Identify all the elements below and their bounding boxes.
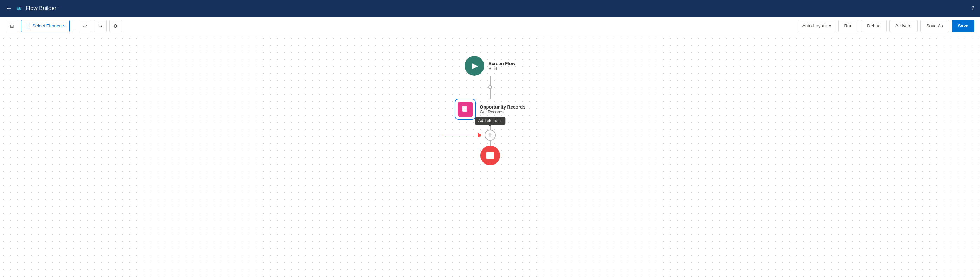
run-label: Run — [844, 23, 853, 28]
get-records-svg-icon — [461, 105, 469, 114]
help-button[interactable]: ? — [971, 5, 974, 11]
stop-icon — [486, 152, 494, 159]
start-node-label: Screen Flow Start — [488, 61, 515, 71]
arrow-head-icon — [477, 133, 481, 137]
get-records-subtitle: Get Records — [480, 110, 525, 114]
auto-layout-button[interactable]: Auto-Layout ▾ — [797, 20, 835, 32]
toolbar-left: ⊞ ⬚ Select Elements ↩ ↪ ⚙ — [6, 20, 122, 32]
plus-icon: + — [488, 132, 492, 139]
save-as-button[interactable]: Save As — [920, 20, 949, 32]
arrow-line — [442, 135, 477, 136]
play-icon: ▶ — [472, 61, 478, 70]
get-records-title: Opportunity Records — [480, 104, 525, 110]
end-node — [480, 146, 500, 165]
end-button[interactable] — [480, 146, 500, 165]
nav-left: ← ≋ Flow Builder — [6, 5, 56, 12]
connector-line-2 — [490, 89, 490, 99]
add-element-arrow — [442, 133, 481, 137]
select-elements-label: Select Elements — [32, 23, 65, 28]
get-records-button[interactable] — [454, 99, 476, 120]
get-records-label: Opportunity Records Get Records — [480, 104, 525, 114]
flow-canvas[interactable]: ▶ Screen Flow Start — [0, 35, 980, 278]
select-elements-icon: ⬚ — [25, 23, 30, 29]
toolbar: ⊞ ⬚ Select Elements ↩ ↪ ⚙ Auto-Layout ▾ … — [0, 17, 980, 35]
select-elements-button[interactable]: ⬚ Select Elements — [21, 20, 70, 32]
add-element-button[interactable]: + — [484, 130, 495, 141]
connector-line-4 — [490, 141, 490, 146]
app-title: Flow Builder — [25, 5, 56, 11]
back-button[interactable]: ← — [6, 5, 12, 12]
debug-button[interactable]: Debug — [861, 20, 886, 32]
chevron-down-icon: ▾ — [829, 24, 831, 28]
activate-button[interactable]: Activate — [889, 20, 918, 32]
connector-1 — [488, 76, 492, 99]
redo-icon: ↪ — [98, 23, 102, 29]
save-label: Save — [958, 23, 969, 28]
start-node-subtitle: Start — [488, 66, 515, 71]
activate-label: Activate — [896, 23, 912, 28]
start-node-title: Screen Flow — [488, 61, 515, 66]
toggle-panel-icon: ⊞ — [10, 23, 14, 29]
start-button[interactable]: ▶ — [465, 56, 484, 76]
connector-2 — [490, 120, 490, 130]
get-records-node: Opportunity Records Get Records — [454, 99, 525, 120]
save-button[interactable]: Save — [952, 20, 974, 32]
get-records-inner-icon — [457, 101, 473, 117]
toolbar-right: Auto-Layout ▾ Run Debug Activate Save As… — [797, 20, 974, 32]
undo-button[interactable]: ↩ — [79, 20, 91, 32]
top-nav-bar: ← ≋ Flow Builder ? — [0, 0, 980, 17]
connector-dot-1 — [488, 85, 492, 89]
save-as-label: Save As — [926, 23, 943, 28]
connector-line-3 — [490, 120, 490, 130]
flow-diagram: ▶ Screen Flow Start — [454, 56, 525, 165]
settings-icon: ⚙ — [113, 23, 118, 29]
toggle-panel-button[interactable]: ⊞ — [6, 20, 18, 32]
toolbar-divider-1 — [74, 22, 75, 30]
settings-button[interactable]: ⚙ — [110, 20, 122, 32]
connector-line-1 — [490, 76, 490, 85]
redo-button[interactable]: ↪ — [94, 20, 107, 32]
add-element-container: Add element + — [484, 130, 495, 141]
undo-icon: ↩ — [83, 23, 87, 29]
connector-3 — [490, 141, 490, 146]
add-element-wrapper: Add element + — [484, 130, 495, 141]
flow-icon: ≋ — [16, 5, 21, 12]
auto-layout-label: Auto-Layout — [802, 23, 827, 28]
start-node: ▶ Screen Flow Start — [465, 56, 515, 76]
run-button[interactable]: Run — [838, 20, 859, 32]
debug-label: Debug — [867, 23, 880, 28]
